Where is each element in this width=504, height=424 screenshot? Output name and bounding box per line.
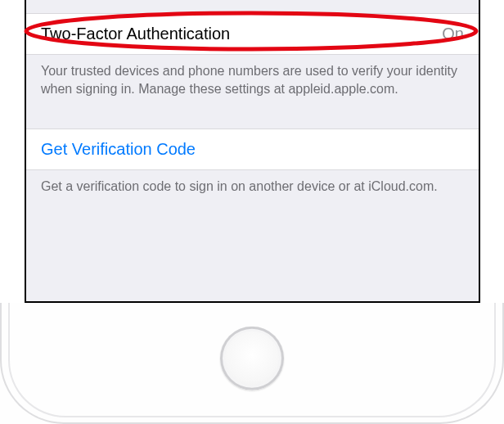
two-factor-footer: Your trusted devices and phone numbers a… <box>26 55 479 111</box>
verification-footer: Get a verification code to sign in on an… <box>26 170 479 209</box>
device-bezel-bottom <box>0 303 504 424</box>
phone-frame: Two-Factor Authentication On Your truste… <box>0 0 504 424</box>
two-factor-value: On <box>442 25 464 43</box>
two-factor-row[interactable]: Two-Factor Authentication On <box>26 13 479 55</box>
get-verification-code-button[interactable]: Get Verification Code <box>26 129 479 170</box>
section-gap <box>26 111 479 129</box>
settings-screen: Two-Factor Authentication On Your truste… <box>25 0 480 303</box>
home-button[interactable] <box>220 327 284 390</box>
section-top-gap <box>26 0 479 13</box>
get-verification-code-label: Get Verification Code <box>41 140 196 158</box>
two-factor-label: Two-Factor Authentication <box>41 25 230 43</box>
